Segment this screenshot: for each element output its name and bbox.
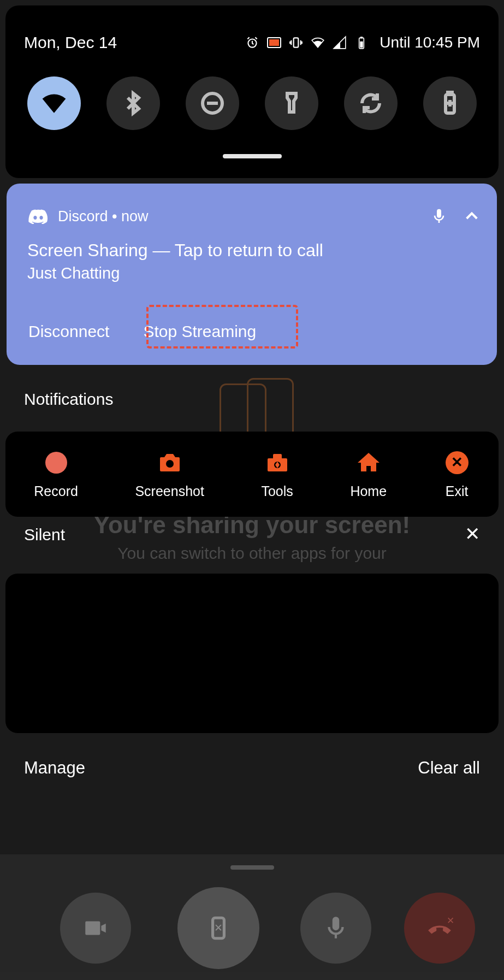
cell-signal-icon	[333, 36, 347, 50]
quick-settings-handle[interactable]	[223, 154, 282, 158]
close-circle-icon: ✕	[444, 450, 470, 476]
toolbar-record[interactable]: Record	[34, 450, 78, 499]
auto-rotate-tile[interactable]	[344, 76, 398, 130]
stop-streaming-button[interactable]: Stop Streaming	[142, 319, 257, 344]
stop-screenshare-button[interactable]: ✕	[177, 887, 259, 969]
discord-title: Screen Sharing — Tap to return to call	[27, 240, 323, 261]
alarm-icon	[245, 36, 259, 50]
disconnect-button[interactable]: Disconnect	[27, 319, 110, 344]
toolbar-exit[interactable]: ✕ Exit	[444, 450, 470, 499]
discord-actions: Disconnect Stop Streaming	[27, 319, 257, 344]
camera-icon	[157, 450, 183, 476]
end-call-button[interactable]: ✕	[404, 893, 475, 964]
discord-app-name: Discord • now	[58, 208, 149, 225]
battery-saver-tile[interactable]	[423, 76, 477, 130]
silent-notification-card[interactable]	[5, 574, 499, 733]
cast-icon	[267, 36, 281, 50]
bottom-actions: Manage Clear all	[24, 758, 480, 778]
record-icon	[43, 450, 69, 476]
microphone-icon[interactable]	[430, 208, 448, 225]
status-bar: Mon, Dec 14 Until 10:45 PM	[24, 32, 480, 54]
dismiss-silent-button[interactable]: ✕	[465, 526, 480, 542]
discord-notification[interactable]: Discord • now Screen Sharing — Tap to re…	[7, 184, 497, 365]
status-date: Mon, Dec 14	[24, 33, 117, 52]
discord-icon	[28, 209, 48, 224]
svg-point-7	[166, 460, 174, 468]
quick-settings-panel: Mon, Dec 14 Until 10:45 PM	[5, 5, 499, 178]
until-time-text: Until 10:45 PM	[380, 34, 480, 51]
manage-button[interactable]: Manage	[24, 758, 85, 778]
dnd-tile[interactable]	[186, 76, 239, 130]
toolbar-screenshot[interactable]: Screenshot	[135, 450, 204, 499]
wifi-tile[interactable]	[27, 76, 81, 130]
discord-subtitle: Just Chatting	[27, 264, 120, 282]
call-bar-handle[interactable]	[230, 865, 274, 870]
toolbar-home[interactable]: Home	[350, 450, 387, 499]
toolbox-icon	[264, 450, 290, 476]
wifi-status-icon	[311, 36, 325, 50]
svg-text:✕: ✕	[447, 916, 454, 926]
svg-rect-3	[360, 37, 363, 38]
toolbar-notification: Record Screenshot Tools Home ✕ Exit	[5, 432, 499, 517]
vibrate-icon	[289, 36, 303, 50]
background-subtitle: You can switch to other apps for your	[0, 544, 504, 563]
discord-header: Discord • now	[28, 208, 481, 225]
svg-text:✕: ✕	[214, 922, 223, 934]
notifications-section-label: Notifications	[24, 390, 113, 409]
toolbar-tools[interactable]: Tools	[261, 450, 293, 499]
home-icon	[355, 450, 382, 476]
clear-all-button[interactable]: Clear all	[418, 758, 480, 778]
call-bar: ✕ ✕	[0, 854, 504, 980]
camera-toggle-button[interactable]	[60, 893, 131, 964]
mute-toggle-button[interactable]	[300, 893, 371, 964]
bluetooth-tile[interactable]	[106, 76, 160, 130]
svg-rect-4	[360, 42, 363, 48]
status-icons: Until 10:45 PM	[245, 34, 480, 51]
battery-status-icon	[354, 36, 369, 50]
silent-section-label: Silent	[24, 526, 65, 544]
collapse-icon[interactable]	[463, 208, 481, 225]
quick-tiles-row	[27, 73, 477, 133]
svg-rect-1	[294, 38, 299, 47]
flashlight-tile[interactable]	[265, 76, 318, 130]
